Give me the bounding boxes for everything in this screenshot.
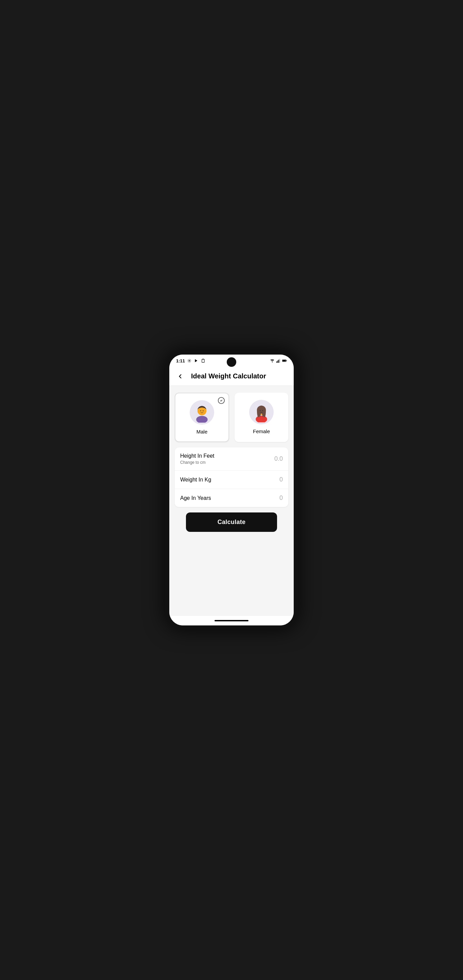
male-label: Male [197, 429, 208, 434]
weight-row[interactable]: Weight In Kg 0 [175, 471, 288, 489]
svg-rect-6 [279, 359, 280, 363]
bottom-bar [169, 616, 294, 625]
height-row[interactable]: Height In Feet Change to cm 0.0 [175, 447, 288, 471]
height-row-left: Height In Feet Change to cm [180, 453, 214, 465]
status-bar-right [270, 358, 287, 363]
play-icon [194, 358, 198, 363]
back-button[interactable] [175, 371, 186, 382]
age-label: Age In Years [180, 495, 211, 501]
female-avatar-circle [249, 400, 274, 424]
gender-section: Male [175, 393, 288, 442]
app-header: Ideal Weight Calculator [169, 367, 294, 386]
svg-rect-2 [201, 359, 204, 362]
status-bar-left: 1:11 [176, 358, 205, 363]
status-time: 1:11 [176, 358, 185, 363]
app-content: Male [169, 386, 294, 616]
weight-row-left: Weight In Kg [180, 477, 211, 483]
height-unit-toggle[interactable]: Change to cm [180, 460, 214, 465]
svg-point-14 [203, 410, 203, 411]
weight-value: 0 [279, 476, 283, 483]
svg-rect-8 [286, 360, 287, 361]
weight-label: Weight In Kg [180, 477, 211, 483]
battery-icon [282, 358, 287, 363]
notch [227, 357, 236, 367]
height-label: Height In Feet [180, 453, 214, 459]
calculate-button[interactable]: Calculate [186, 512, 277, 532]
age-value: 0 [279, 495, 283, 501]
signal-icon [276, 358, 281, 363]
age-row-left: Age In Years [180, 495, 211, 501]
female-label: Female [253, 428, 270, 434]
svg-marker-1 [195, 360, 198, 363]
svg-rect-9 [282, 360, 286, 362]
svg-point-17 [260, 410, 260, 411]
page-title: Ideal Weight Calculator [191, 372, 266, 380]
input-section: Height In Feet Change to cm 0.0 Weight I… [175, 447, 288, 507]
settings-icon [187, 358, 192, 363]
height-value: 0.0 [274, 455, 283, 463]
wifi-icon [270, 358, 275, 363]
check-icon [217, 397, 225, 404]
svg-rect-3 [276, 361, 277, 363]
svg-rect-4 [277, 361, 278, 363]
male-avatar-circle [190, 400, 214, 425]
age-row[interactable]: Age In Years 0 [175, 489, 288, 507]
phone-inner: 1:11 [169, 355, 294, 625]
svg-point-0 [189, 360, 190, 361]
svg-rect-5 [278, 360, 279, 363]
svg-point-18 [262, 410, 263, 411]
svg-point-11 [196, 416, 208, 423]
clipboard-icon [201, 358, 205, 363]
male-gender-card[interactable]: Male [175, 393, 229, 442]
phone-frame: 1:11 [165, 350, 298, 630]
home-indicator [214, 620, 249, 621]
svg-point-15 [255, 415, 267, 422]
female-gender-card[interactable]: Female [235, 393, 288, 442]
svg-point-13 [200, 410, 201, 411]
